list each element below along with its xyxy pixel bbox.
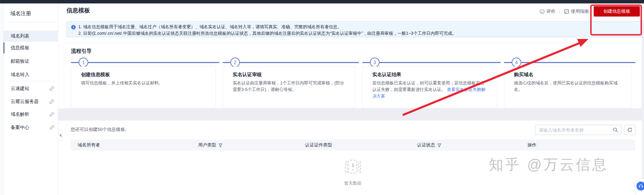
external-link-icon	[49, 125, 54, 130]
browser-top-bar	[0, 0, 644, 3]
info-icon	[71, 25, 76, 30]
content-gap	[58, 109, 644, 121]
notice-line-2: 2. 目前仅.com/.cn/.net/.中国后缀域名的实名认证状态关联注册时所…	[78, 31, 456, 37]
notice-line-1: 1. 域名信息模板用于域名注册、域名过户（域名所有者变更）、域名实名认证、域名转…	[78, 24, 342, 30]
sidebar-title: 域名注册	[10, 10, 31, 17]
sidebar-item-cloud-server[interactable]: 云耀云服务器	[3, 96, 58, 107]
create-template-button[interactable]: 创建信息模板	[594, 6, 640, 17]
sidebar-collapse-toggle[interactable]	[58, 130, 63, 141]
owner-search-box	[535, 125, 621, 135]
sidebar-item-label: 云速建站	[11, 86, 29, 91]
column-label: 域名所有者	[78, 142, 100, 148]
headset-icon	[638, 183, 644, 189]
sidebar-item-domain-list[interactable]: 域名列表	[3, 31, 58, 42]
step-card: 实名认证审核 实名认证由注册局审核，1个工作日内即可完成审核，(部分需要3-5个…	[223, 66, 355, 108]
column-header-actions: 操作	[521, 142, 635, 148]
quota-text: 您还可以创建50个信息模板。	[71, 126, 129, 133]
sidebar-item-domain-transfer-in[interactable]: 域名转入	[3, 69, 58, 80]
column-label: 操作	[527, 142, 536, 148]
right-edge-strip	[642, 20, 644, 195]
step-title: 实名认证结果	[372, 72, 401, 78]
sidebar-item-label: 云耀云服务器	[11, 99, 39, 104]
sidebar-item-beian-center[interactable]: 备案中心	[3, 122, 58, 133]
step-card: 实名认证结果 若信息模板已实名认证，则可以重复使用；若信息模板实名认证失败，则需…	[362, 66, 497, 108]
support-widget-panel	[635, 179, 644, 195]
guide-doc-icon	[564, 9, 569, 14]
watermark: 知乎 @万云信息	[489, 155, 608, 174]
sidebar-item-label: 域名转入	[11, 72, 29, 77]
column-header-user-type: 用户类型	[191, 142, 298, 148]
step-number-badge: 3	[370, 58, 380, 67]
step-flow-line: 2	[223, 58, 359, 67]
sidebar-dotted-divider	[10, 81, 54, 81]
step-description: 若信息模板已实名认证，则可以重复使用；若信息模板实名认证失败，则需要重新进行实名…	[372, 80, 489, 100]
page-title: 信息模板	[67, 7, 90, 14]
filter-icon[interactable]	[437, 143, 442, 147]
process-step-3: 3 实名认证结果 若信息模板已实名认证，则可以重复使用；若信息模板实名认证失败，…	[362, 43, 501, 109]
no-data-icon	[345, 159, 361, 177]
search-icon[interactable]	[613, 127, 618, 133]
sidebar-item-label: 信息模板	[11, 45, 29, 50]
sidebar-divider	[10, 22, 55, 22]
usage-guide-link[interactable]: 使用指南	[564, 8, 589, 14]
column-label: 认证状态	[417, 142, 435, 148]
external-link-icon	[49, 86, 54, 91]
sidebar-item-email-verify[interactable]: 邮箱验证	[3, 56, 58, 67]
refresh-icon	[627, 127, 633, 133]
process-step-4: 4 购买域名 挑选心仪的域名后，使用已实名认证的信息模板购买域名。	[504, 43, 635, 109]
step-title: 购买域名	[514, 72, 533, 78]
customer-service-button[interactable]	[636, 182, 644, 191]
step-desc-text: 挑选心仪的域名后，使用已实名认证的信息模板购买域名。	[514, 81, 617, 92]
sidebar-item-label: 备案中心	[11, 125, 29, 130]
process-step-2: 2 实名认证审核 实名认证由注册局审核，1个工作日内即可完成审核，(部分需要3-…	[223, 43, 359, 109]
step-number-badge: 2	[230, 58, 240, 67]
feedback-label: 评价	[546, 8, 555, 14]
step-number-badge: 1	[79, 58, 88, 67]
step-number-badge: 4	[512, 58, 521, 67]
column-header-auth-status: 认证状态	[410, 142, 521, 148]
step-desc-text: 实名认证由注册局审核，1个工作日内即可完成审核，(部分需要3-5个工作日)，请耐…	[233, 81, 344, 92]
header-separator	[560, 9, 560, 14]
step-flow-line: 4	[504, 58, 635, 67]
filter-icon[interactable]	[218, 143, 223, 147]
column-header-owner: 域名所有者	[71, 142, 191, 148]
left-edge-strip	[0, 3, 3, 195]
step-description: 挑选心仪的域名后，使用已实名认证的信息模板购买域名。	[514, 80, 623, 93]
step-flow-line: 1	[71, 58, 219, 67]
sidebar-item-dns[interactable]: 域名解析	[3, 109, 58, 120]
step-description: 填写信息模板，并上传相关实名认证材料。	[81, 80, 207, 86]
usage-guide-label: 使用指南	[571, 8, 589, 14]
smiley-icon	[540, 9, 545, 14]
notice-banner: 1. 域名信息模板用于域名注册、域名过户（域名所有者变更）、域名实名认证、域名转…	[67, 21, 642, 37]
external-link-icon	[49, 112, 54, 117]
step-description: 实名认证由注册局审核，1个工作日内即可完成审核，(部分需要3-5个工作日)，请耐…	[233, 80, 347, 93]
step-flow-line: 3	[362, 58, 501, 67]
header-actions: 评价 使用指南	[540, 8, 589, 15]
sidebar-item-label: 邮箱验证	[11, 59, 29, 64]
step-card: 创建信息模板 填写信息模板，并上传相关实名认证材料。	[71, 66, 216, 108]
sidebar-item-label: 域名解析	[11, 112, 29, 117]
feedback-button[interactable]: 评价	[540, 8, 555, 14]
external-link-icon	[49, 99, 54, 104]
chevron-left-icon	[59, 134, 61, 137]
refresh-button[interactable]	[624, 125, 635, 135]
table-header-row: 域名所有者 用户类型 认证证件类型 认证状态 操作	[71, 140, 635, 151]
process-guide-card: 流程引导 1 创建信息模板 填写信息模板，并上传相关实名认证材料。	[64, 43, 642, 109]
console-page: 域名注册 域名列表 信息模板 邮箱验证 域名转入 云速建站 云耀云服务器	[0, 0, 644, 195]
step-title: 创建信息模板	[81, 72, 110, 78]
sidebar: 域名注册 域名列表 信息模板 邮箱验证 域名转入 云速建站 云耀云服务器	[3, 3, 58, 195]
column-label: 认证证件类型	[305, 142, 332, 148]
column-header-cert-type: 认证证件类型	[298, 142, 410, 148]
owner-search-input[interactable]	[535, 125, 613, 135]
step-card: 购买域名 挑选心仪的域名后，使用已实名认证的信息模板购买域名。	[504, 66, 632, 108]
step-desc-text: 填写信息模板，并上传相关实名认证材料。	[81, 81, 163, 85]
sidebar-item-cloud-site[interactable]: 云速建站	[3, 83, 58, 94]
step-title: 实名认证审核	[233, 72, 262, 78]
column-label: 用户类型	[198, 142, 216, 148]
process-step-1: 1 创建信息模板 填写信息模板，并上传相关实名认证材料。	[71, 43, 219, 109]
sidebar-item-label: 域名列表	[11, 33, 29, 39]
process-steps: 1 创建信息模板 填写信息模板，并上传相关实名认证材料。 2	[71, 43, 635, 109]
empty-state-text: 暂无数据	[64, 181, 642, 186]
sidebar-item-info-template[interactable]: 信息模板	[3, 42, 59, 53]
